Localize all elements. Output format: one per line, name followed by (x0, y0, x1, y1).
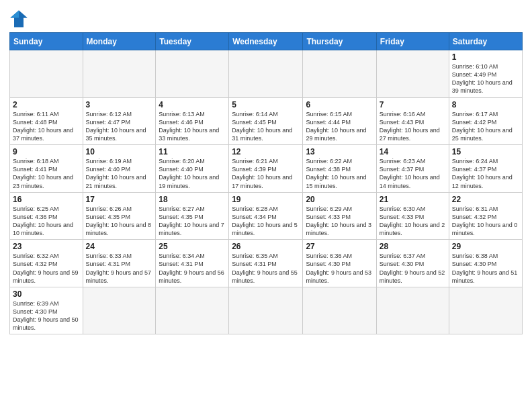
calendar-cell: 9Sunrise: 6:18 AM Sunset: 4:41 PM Daylig… (10, 145, 83, 193)
calendar-cell: 22Sunrise: 6:31 AM Sunset: 4:32 PM Dayli… (449, 192, 522, 240)
day-number: 1 (452, 52, 519, 62)
day-info: Sunrise: 6:18 AM Sunset: 4:41 PM Dayligh… (13, 157, 80, 190)
day-number: 6 (306, 100, 373, 109)
calendar-cell: 28Sunrise: 6:37 AM Sunset: 4:30 PM Dayli… (376, 240, 449, 287)
calendar-cell: 15Sunrise: 6:24 AM Sunset: 4:37 PM Dayli… (449, 145, 522, 193)
day-number: 7 (380, 100, 446, 109)
day-info: Sunrise: 6:33 AM Sunset: 4:31 PM Dayligh… (86, 252, 153, 285)
calendar-row-1: 2Sunrise: 6:11 AM Sunset: 4:48 PM Daylig… (10, 97, 523, 145)
day-number: 17 (86, 195, 153, 204)
calendar-row-4: 23Sunrise: 6:32 AM Sunset: 4:32 PM Dayli… (10, 240, 523, 287)
calendar-cell: 10Sunrise: 6:19 AM Sunset: 4:40 PM Dayli… (83, 145, 156, 193)
calendar-cell (449, 287, 522, 334)
day-info: Sunrise: 6:22 AM Sunset: 4:38 PM Dayligh… (306, 157, 373, 190)
day-number: 9 (13, 147, 80, 156)
day-number: 19 (232, 195, 300, 204)
calendar-cell (376, 50, 449, 98)
day-number: 21 (380, 195, 446, 204)
calendar-cell (376, 287, 449, 334)
header-area (9, 7, 523, 28)
calendar-cell: 5Sunrise: 6:14 AM Sunset: 4:45 PM Daylig… (229, 97, 303, 145)
day-number: 3 (86, 100, 153, 109)
calendar-cell (303, 50, 376, 98)
day-number: 23 (13, 242, 80, 251)
day-number: 24 (86, 242, 153, 251)
calendar-cell: 3Sunrise: 6:12 AM Sunset: 4:47 PM Daylig… (83, 97, 156, 145)
weekday-header-sunday: Sunday (10, 33, 83, 50)
weekday-header-saturday: Saturday (449, 33, 522, 50)
day-number: 28 (380, 242, 446, 251)
calendar-row-2: 9Sunrise: 6:18 AM Sunset: 4:41 PM Daylig… (10, 145, 523, 193)
day-number: 25 (159, 242, 226, 251)
day-number: 4 (159, 100, 226, 109)
day-number: 12 (232, 147, 300, 156)
svg-marker-2 (10, 10, 19, 17)
page: SundayMondayTuesdayWednesdayThursdayFrid… (0, 0, 532, 411)
day-info: Sunrise: 6:21 AM Sunset: 4:39 PM Dayligh… (232, 157, 300, 190)
calendar-cell (156, 287, 229, 334)
calendar-cell: 25Sunrise: 6:34 AM Sunset: 4:31 PM Dayli… (156, 240, 229, 287)
day-info: Sunrise: 6:11 AM Sunset: 4:48 PM Dayligh… (13, 110, 80, 143)
day-info: Sunrise: 6:34 AM Sunset: 4:31 PM Dayligh… (159, 252, 226, 285)
day-number: 2 (13, 100, 80, 109)
calendar-cell: 19Sunrise: 6:28 AM Sunset: 4:34 PM Dayli… (229, 192, 303, 240)
calendar-cell (303, 287, 376, 334)
day-info: Sunrise: 6:25 AM Sunset: 4:36 PM Dayligh… (13, 205, 80, 238)
day-info: Sunrise: 6:10 AM Sunset: 4:49 PM Dayligh… (452, 62, 519, 95)
day-info: Sunrise: 6:14 AM Sunset: 4:45 PM Dayligh… (232, 110, 300, 143)
logo-icon (9, 9, 28, 28)
day-number: 27 (306, 242, 373, 251)
day-info: Sunrise: 6:16 AM Sunset: 4:43 PM Dayligh… (380, 110, 446, 143)
calendar-cell: 29Sunrise: 6:38 AM Sunset: 4:30 PM Dayli… (449, 240, 522, 287)
day-number: 5 (232, 100, 300, 109)
calendar-cell: 27Sunrise: 6:36 AM Sunset: 4:30 PM Dayli… (303, 240, 376, 287)
calendar-cell: 4Sunrise: 6:13 AM Sunset: 4:46 PM Daylig… (156, 97, 229, 145)
day-info: Sunrise: 6:32 AM Sunset: 4:32 PM Dayligh… (13, 252, 80, 285)
calendar-cell: 21Sunrise: 6:30 AM Sunset: 4:33 PM Dayli… (376, 192, 449, 240)
day-number: 14 (380, 147, 446, 156)
day-number: 11 (159, 147, 226, 156)
day-number: 20 (306, 195, 373, 204)
day-number: 26 (232, 242, 300, 251)
day-info: Sunrise: 6:13 AM Sunset: 4:46 PM Dayligh… (159, 110, 226, 143)
calendar-cell: 16Sunrise: 6:25 AM Sunset: 4:36 PM Dayli… (10, 192, 83, 240)
day-info: Sunrise: 6:36 AM Sunset: 4:30 PM Dayligh… (306, 252, 373, 285)
weekday-header-thursday: Thursday (303, 33, 376, 50)
calendar-cell: 18Sunrise: 6:27 AM Sunset: 4:35 PM Dayli… (156, 192, 229, 240)
day-info: Sunrise: 6:27 AM Sunset: 4:35 PM Dayligh… (159, 205, 226, 238)
day-info: Sunrise: 6:12 AM Sunset: 4:47 PM Dayligh… (86, 110, 153, 143)
weekday-header-wednesday: Wednesday (229, 33, 303, 50)
day-number: 16 (13, 195, 80, 204)
calendar-cell: 14Sunrise: 6:23 AM Sunset: 4:37 PM Dayli… (376, 145, 449, 193)
calendar-row-0: 1Sunrise: 6:10 AM Sunset: 4:49 PM Daylig… (10, 50, 523, 98)
calendar-row-5: 30Sunrise: 6:39 AM Sunset: 4:30 PM Dayli… (10, 287, 523, 334)
calendar-cell (229, 287, 303, 334)
calendar-cell: 12Sunrise: 6:21 AM Sunset: 4:39 PM Dayli… (229, 145, 303, 193)
calendar-cell: 13Sunrise: 6:22 AM Sunset: 4:38 PM Dayli… (303, 145, 376, 193)
day-number: 15 (452, 147, 519, 156)
day-info: Sunrise: 6:24 AM Sunset: 4:37 PM Dayligh… (452, 157, 519, 190)
day-info: Sunrise: 6:39 AM Sunset: 4:30 PM Dayligh… (13, 300, 80, 332)
day-info: Sunrise: 6:19 AM Sunset: 4:40 PM Dayligh… (86, 157, 153, 190)
calendar-cell: 2Sunrise: 6:11 AM Sunset: 4:48 PM Daylig… (10, 97, 83, 145)
weekday-header-friday: Friday (376, 33, 449, 50)
calendar-cell: 17Sunrise: 6:26 AM Sunset: 4:35 PM Dayli… (83, 192, 156, 240)
calendar-cell: 8Sunrise: 6:17 AM Sunset: 4:42 PM Daylig… (449, 97, 522, 145)
calendar-cell: 30Sunrise: 6:39 AM Sunset: 4:30 PM Dayli… (10, 287, 83, 334)
day-info: Sunrise: 6:31 AM Sunset: 4:32 PM Dayligh… (452, 205, 519, 238)
logo (9, 9, 30, 28)
day-number: 10 (86, 147, 153, 156)
day-info: Sunrise: 6:23 AM Sunset: 4:37 PM Dayligh… (380, 157, 446, 190)
calendar-row-3: 16Sunrise: 6:25 AM Sunset: 4:36 PM Dayli… (10, 192, 523, 240)
calendar-cell: 11Sunrise: 6:20 AM Sunset: 4:40 PM Dayli… (156, 145, 229, 193)
day-info: Sunrise: 6:28 AM Sunset: 4:34 PM Dayligh… (232, 205, 300, 238)
calendar-cell (10, 50, 83, 98)
day-info: Sunrise: 6:30 AM Sunset: 4:33 PM Dayligh… (380, 205, 446, 238)
day-number: 22 (452, 195, 519, 204)
calendar-cell: 1Sunrise: 6:10 AM Sunset: 4:49 PM Daylig… (449, 50, 522, 98)
weekday-header-row: SundayMondayTuesdayWednesdayThursdayFrid… (10, 33, 523, 50)
calendar-cell (83, 50, 156, 98)
day-number: 13 (306, 147, 373, 156)
day-number: 8 (452, 100, 519, 109)
calendar-cell: 7Sunrise: 6:16 AM Sunset: 4:43 PM Daylig… (376, 97, 449, 145)
